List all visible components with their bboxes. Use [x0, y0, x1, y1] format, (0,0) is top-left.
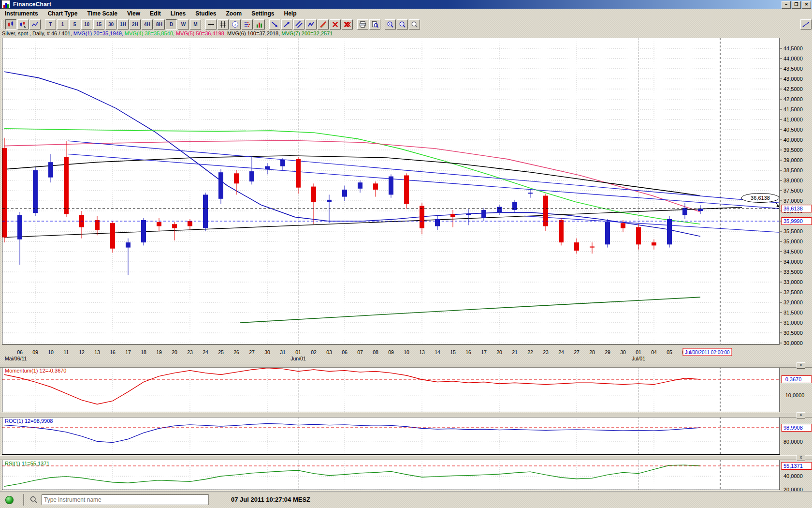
instrument-search-input[interactable] — [42, 494, 209, 505]
date-label: 20 — [172, 349, 177, 355]
price-axis-label: 35,5000 — [783, 228, 803, 234]
menu-chart-type[interactable]: Chart Type — [43, 9, 83, 18]
timescale-5[interactable]: 5 — [69, 19, 80, 30]
zoom-reset-button-icon[interactable] — [409, 19, 420, 30]
date-label: 17 — [481, 349, 487, 355]
date-label: 16 — [110, 349, 116, 355]
price-axis-label: 30,0000 — [783, 340, 803, 346]
date-label: 11 — [64, 349, 69, 355]
price-axis-label: 41,0000 — [783, 117, 803, 122]
date-label: 27 — [249, 349, 255, 355]
timescale-4H[interactable]: 4H — [142, 19, 153, 30]
chart-header-segment-4: MVG(6) 100=37,2018, — [227, 30, 281, 36]
trendline-down-tool-icon[interactable] — [269, 19, 280, 30]
erase-line-tool-icon[interactable] — [318, 19, 329, 30]
roc-panel-splitter[interactable]: x — [0, 413, 812, 418]
close-rsi-panel-button[interactable]: x — [797, 455, 805, 461]
timescale-10[interactable]: 10 — [81, 19, 92, 30]
menu-instruments[interactable]: Instruments — [0, 9, 43, 18]
chart-type-candlestick-icon[interactable] — [5, 19, 16, 30]
date-label: 23 — [543, 349, 549, 355]
timescale-30[interactable]: 30 — [105, 19, 116, 30]
crosshair-tool-icon[interactable] — [205, 19, 217, 30]
rsi-label: RSI(1) 11=55,1371 — [5, 461, 49, 466]
delete-line-tool-icon[interactable] — [330, 19, 341, 30]
title-bar: FinanceChart – ❐ ✕ — [0, 0, 812, 9]
rsi-panel-splitter[interactable]: x — [0, 455, 812, 460]
price-axis-label: 33,0000 — [783, 279, 803, 285]
date-label: 01 — [295, 349, 301, 355]
trendline-up-tool-icon[interactable] — [281, 19, 292, 30]
momentum-panel-plot[interactable] — [2, 367, 780, 412]
timescale-2H[interactable]: 2H — [130, 19, 141, 30]
timescale-W[interactable]: W — [178, 19, 189, 30]
timescale-1H[interactable]: 1H — [117, 19, 129, 30]
menu-settings[interactable]: Settings — [246, 9, 279, 18]
chart-header-segment-5: MVG(7) 200=32,2571 — [281, 30, 333, 36]
timescale-T[interactable]: T — [45, 19, 56, 30]
toolbar-grip[interactable] — [1, 20, 3, 29]
delete-all-lines-tool-icon[interactable] — [342, 19, 353, 30]
finance-chart-window: 44,500044,000043,500043,000042,500042,00… — [0, 0, 812, 508]
zoom-in-button-icon[interactable] — [385, 19, 396, 30]
close-button[interactable]: ✕ — [802, 1, 811, 9]
timescale-8H[interactable]: 8H — [154, 19, 165, 30]
date-label: 25 — [218, 349, 224, 355]
roc-panel-plot[interactable] — [2, 417, 780, 455]
price-chart-svg: 44,500044,000043,500043,000042,500042,00… — [0, 0, 812, 508]
menu-help[interactable]: Help — [279, 9, 301, 18]
minimize-button[interactable]: – — [782, 1, 791, 9]
candle — [559, 218, 564, 246]
timescale-15[interactable]: 15 — [93, 19, 104, 30]
svg-text:Jul/08/2011 02:00:00: Jul/08/2011 02:00:00 — [685, 350, 730, 355]
price-axis-label: 42,0000 — [783, 96, 803, 102]
restore-button[interactable]: ❐ — [792, 1, 801, 9]
timescale-D[interactable]: D — [166, 19, 177, 30]
rsi-panel-plot[interactable] — [2, 460, 780, 490]
zoom-out-button-icon[interactable] — [397, 19, 408, 30]
price-axis-label: 38,5000 — [783, 167, 803, 173]
menu-lines[interactable]: Lines — [166, 9, 190, 18]
date-label: 19 — [156, 349, 162, 355]
timescale-1[interactable]: 1 — [57, 19, 68, 30]
zigzag-tool-icon[interactable] — [305, 19, 317, 30]
date-label: 01 — [636, 349, 641, 355]
close-momentum-panel-button[interactable]: x — [797, 362, 805, 369]
date-label: 06 — [17, 349, 23, 355]
menu-time-scale[interactable]: Time Scale — [82, 9, 122, 18]
price-axis-label: 40,0000 — [783, 137, 803, 143]
status-bar: 07 Jul 2011 10:27:04 MESZ — [0, 492, 812, 508]
date-label: 21 — [512, 349, 518, 355]
toolbar-separator — [353, 19, 357, 29]
measure-tool-icon[interactable] — [800, 19, 812, 30]
menu-zoom[interactable]: Zoom — [221, 9, 246, 18]
print-button-icon[interactable] — [357, 19, 368, 30]
print-preview-button-icon[interactable] — [369, 19, 380, 30]
candle — [2, 138, 7, 242]
timescale-M[interactable]: M — [190, 19, 201, 30]
toolbar-separator — [202, 19, 205, 29]
date-label: 13 — [94, 349, 100, 355]
month-label: Jun/01 — [290, 356, 306, 361]
grid-toggle-icon[interactable] — [218, 19, 229, 30]
toolbar-separator — [265, 19, 269, 29]
close-roc-panel-button[interactable]: x — [797, 412, 805, 418]
date-label: 20 — [496, 349, 502, 355]
menu-studies[interactable]: Studies — [190, 9, 221, 18]
menu-view[interactable]: View — [122, 9, 145, 18]
price-levels-tool-icon[interactable] — [242, 19, 253, 30]
date-label: 29 — [605, 349, 610, 355]
channel-tool-icon[interactable] — [293, 19, 304, 30]
date-label: 27 — [574, 349, 580, 355]
info-tool-icon[interactable]: i — [230, 19, 241, 30]
date-label: 26 — [233, 349, 239, 355]
price-axis-label: 41,5000 — [783, 106, 803, 112]
price-axis-label: 38,0000 — [783, 178, 803, 183]
candle — [141, 218, 146, 246]
volume-toggle-icon[interactable] — [254, 19, 265, 30]
menu-edit[interactable]: Edit — [145, 9, 166, 18]
date-label: 30 — [264, 349, 270, 355]
chart-type-line-icon[interactable] — [29, 19, 41, 30]
momentum-panel-splitter[interactable]: x — [0, 363, 812, 368]
chart-type-bars-icon[interactable] — [17, 19, 29, 30]
